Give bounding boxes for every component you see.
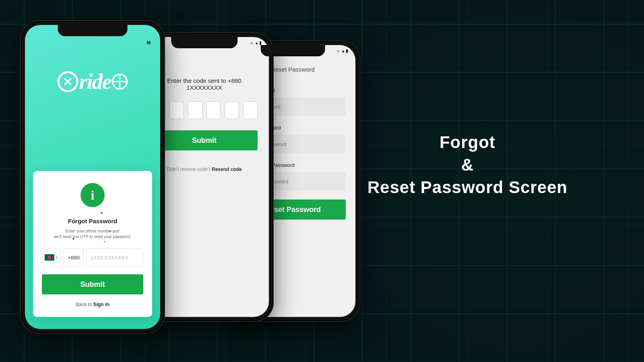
brand-logo: ✕ ride	[58, 69, 128, 94]
dial-code: +880	[64, 249, 84, 266]
status-indicators: ᯤ ▴ ▮	[250, 40, 262, 45]
otp-digit-6[interactable]	[243, 101, 258, 119]
battery-icon: ▮	[346, 48, 348, 53]
back-text: Back to	[76, 302, 93, 307]
resend-text: Didn't receive code?	[167, 167, 212, 172]
phone-mockup-forgot: ✕ ride i Forgot Password Enter your pho	[20, 20, 165, 334]
info-icon-letter: i	[91, 188, 95, 203]
status-indicators: ᯤ ▴ ▮	[336, 48, 348, 53]
status-time: M	[147, 40, 151, 45]
otp-prompt: Enter the code sent to +880 1XXXXXXXX	[151, 77, 258, 91]
otp-digit-5[interactable]	[225, 101, 239, 119]
info-icon: i	[80, 183, 105, 207]
forgot-card: i Forgot Password Enter your phone numbe…	[33, 171, 152, 317]
signin-link[interactable]: Sign in	[93, 302, 109, 307]
signal-icon: ▴	[342, 48, 345, 53]
otp-digit-2[interactable]	[169, 101, 184, 119]
decorative-dots	[72, 214, 113, 247]
title-line1: Forgot	[367, 133, 568, 152]
otp-digit-3[interactable]	[188, 101, 202, 119]
chevron-down-icon: ▼	[55, 256, 58, 259]
back-to-signin: Back to Sign in	[42, 302, 143, 307]
submit-button[interactable]: Submit	[42, 274, 143, 294]
phone-input-row: ▼ +880 1XXXXXXXXXX	[42, 249, 143, 266]
otp-submit-button[interactable]: Submit	[151, 130, 258, 150]
wifi-icon: ᯤ	[250, 41, 254, 45]
phone-number-input[interactable]: 1XXXXXXXXXX	[86, 249, 143, 266]
logo-circle-icon: ✕	[58, 71, 78, 92]
page-title: Forgot & Reset Password Screen	[367, 133, 568, 197]
otp-digit-4[interactable]	[206, 101, 221, 119]
status-bar: ᯤ ▴ ▮	[230, 48, 355, 53]
country-selector[interactable]: ▼	[42, 249, 61, 266]
otp-input-row	[151, 101, 258, 119]
bangladesh-flag-icon	[45, 254, 54, 261]
resend-line: Didn't receive code? Resend code	[151, 167, 258, 172]
logo-wheel-icon	[112, 74, 128, 90]
status-bar: M ᯤ ▴ ▮	[140, 40, 269, 45]
wifi-icon: ᯤ	[336, 49, 341, 53]
signal-icon: ▴	[256, 40, 258, 45]
title-line2: Reset Password Screen	[367, 178, 568, 197]
resend-link[interactable]: Resend code	[212, 167, 242, 172]
logo-text: ride	[79, 69, 111, 94]
title-ampersand: &	[367, 155, 568, 175]
